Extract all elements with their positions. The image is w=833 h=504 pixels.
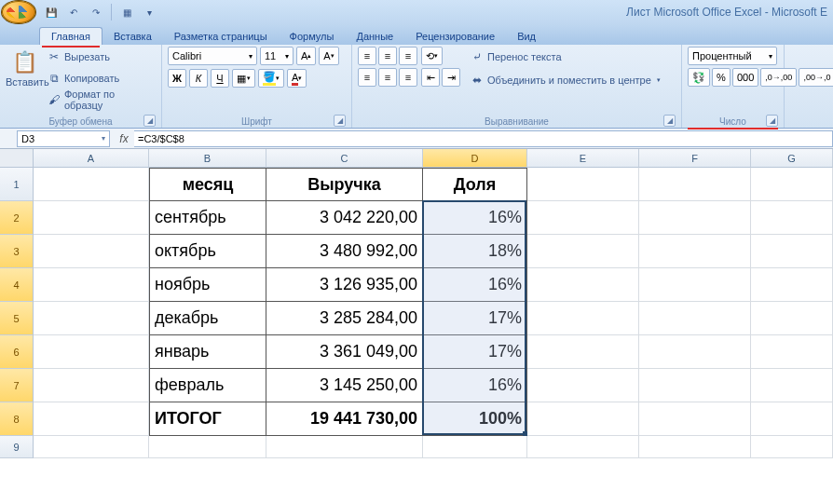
cell-G8[interactable]	[751, 402, 833, 436]
cell-B3[interactable]: октябрь	[149, 235, 266, 268]
cell-C3[interactable]: 3 480 992,00	[266, 235, 423, 268]
cell-D2[interactable]: 16%	[423, 201, 527, 235]
number-format-select[interactable]: Процентный▾	[688, 47, 777, 65]
cell-C1[interactable]: Выручка	[266, 168, 423, 201]
dialog-launcher-icon[interactable]: ◢	[663, 115, 676, 127]
cell-E1[interactable]	[527, 168, 639, 201]
cell-A6[interactable]	[34, 335, 149, 369]
cell-G1[interactable]	[751, 168, 833, 201]
column-header-B[interactable]: B	[149, 149, 266, 168]
align-left-button[interactable]: ≡	[358, 68, 376, 87]
cell-F7[interactable]	[639, 369, 751, 402]
align-middle-button[interactable]: ≡	[378, 47, 397, 65]
quickprint-icon[interactable]: ▦	[116, 3, 137, 21]
cell-B5[interactable]: декабрь	[149, 302, 266, 335]
cell-F9[interactable]	[639, 436, 751, 458]
cell-E3[interactable]	[527, 235, 639, 268]
cell-G2[interactable]	[751, 201, 833, 235]
row-header-1[interactable]: 1	[0, 168, 34, 201]
cell-B4[interactable]: ноябрь	[149, 268, 266, 302]
cell-F4[interactable]	[639, 268, 751, 302]
shrink-font-button[interactable]: A▾	[319, 47, 338, 65]
row-header-2[interactable]: 2	[0, 201, 34, 235]
currency-button[interactable]: 💱	[688, 68, 710, 87]
copy-button[interactable]: ⧉Копировать	[47, 68, 156, 89]
tab-рецензирование[interactable]: Рецензирование	[404, 28, 506, 45]
cell-C9[interactable]	[266, 436, 423, 458]
tab-вставка[interactable]: Вставка	[102, 28, 163, 45]
cell-G9[interactable]	[751, 436, 833, 458]
cell-A2[interactable]	[34, 201, 149, 235]
bold-button[interactable]: Ж	[168, 69, 186, 88]
cell-E5[interactable]	[527, 302, 639, 335]
align-center-button[interactable]: ≡	[378, 68, 397, 87]
cell-G6[interactable]	[751, 335, 833, 369]
cell-B8[interactable]: ИТОГОГ	[149, 402, 266, 436]
underline-button[interactable]: Ч	[211, 69, 229, 88]
tab-вид[interactable]: Вид	[506, 28, 547, 45]
cell-F1[interactable]	[639, 168, 751, 201]
cell-A5[interactable]	[34, 302, 149, 335]
format-painter-button[interactable]: 🖌Формат по образцу	[47, 89, 156, 110]
cell-C6[interactable]: 3 361 049,00	[266, 335, 423, 369]
cell-A4[interactable]	[34, 268, 149, 302]
orientation-button[interactable]: ⟲▾	[421, 47, 443, 65]
cell-D4[interactable]: 16%	[423, 268, 527, 302]
cell-F5[interactable]	[639, 302, 751, 335]
row-header-4[interactable]: 4	[0, 268, 34, 302]
cell-E9[interactable]	[527, 436, 639, 458]
cell-E7[interactable]	[527, 369, 639, 402]
cell-D8[interactable]: 100%	[423, 402, 527, 436]
cell-E6[interactable]	[527, 335, 639, 369]
column-header-A[interactable]: A	[34, 149, 149, 168]
cell-D6[interactable]: 17%	[423, 335, 527, 369]
font-name-select[interactable]: Calibri▾	[168, 47, 257, 65]
name-box[interactable]: D3 ▾	[17, 130, 110, 147]
italic-button[interactable]: К	[189, 69, 208, 88]
cell-E8[interactable]	[527, 402, 639, 436]
formula-bar[interactable]: =C3/$C$8	[134, 130, 833, 147]
cell-G5[interactable]	[751, 302, 833, 335]
cell-D3[interactable]: 18%	[423, 235, 527, 268]
wrap-text-button[interactable]: ⤶Перенос текста	[470, 47, 661, 67]
tab-главная[interactable]: Главная	[39, 27, 102, 45]
comma-button[interactable]: 000	[732, 68, 758, 87]
cell-A3[interactable]	[34, 235, 149, 268]
row-header-8[interactable]: 8	[0, 402, 34, 436]
cell-B2[interactable]: сентябрь	[149, 201, 266, 235]
cell-F8[interactable]	[639, 402, 751, 436]
column-header-F[interactable]: F	[639, 149, 751, 168]
worksheet[interactable]: ABCDEFG 123456789 месяцВыручкаДолясентяб…	[0, 149, 833, 503]
align-top-button[interactable]: ≡	[358, 47, 376, 65]
increase-indent-button[interactable]: ⇥	[442, 68, 460, 87]
cell-B1[interactable]: месяц	[149, 168, 266, 201]
cell-D7[interactable]: 16%	[423, 369, 527, 402]
tab-разметка страницы[interactable]: Разметка страницы	[163, 28, 279, 45]
font-size-select[interactable]: 11▾	[260, 47, 294, 65]
cell-G4[interactable]	[751, 268, 833, 302]
row-header-9[interactable]: 9	[0, 436, 34, 458]
fx-icon[interactable]: fx	[114, 132, 134, 145]
column-header-D[interactable]: D	[423, 149, 527, 168]
cell-A7[interactable]	[34, 369, 149, 402]
cell-D1[interactable]: Доля	[423, 168, 527, 201]
cell-B7[interactable]: февраль	[149, 369, 266, 402]
row-header-5[interactable]: 5	[0, 302, 34, 335]
borders-button[interactable]: ▦▾	[232, 69, 255, 88]
row-header-7[interactable]: 7	[0, 369, 34, 402]
align-bottom-button[interactable]: ≡	[399, 47, 417, 65]
font-color-button[interactable]: A▾	[287, 69, 307, 88]
cell-F2[interactable]	[639, 201, 751, 235]
select-all-corner[interactable]	[0, 149, 34, 168]
cell-A1[interactable]	[34, 168, 149, 201]
redo-icon[interactable]: ↷	[86, 3, 106, 21]
cell-D5[interactable]: 17%	[423, 302, 527, 335]
column-header-G[interactable]: G	[751, 149, 833, 168]
column-header-E[interactable]: E	[527, 149, 639, 168]
dialog-launcher-icon[interactable]: ◢	[766, 115, 778, 127]
align-right-button[interactable]: ≡	[399, 68, 417, 87]
dialog-launcher-icon[interactable]: ◢	[334, 115, 346, 127]
paste-button[interactable]: 📋 Вставить	[6, 47, 43, 88]
cell-C4[interactable]: 3 126 935,00	[266, 268, 423, 302]
cell-F3[interactable]	[639, 235, 751, 268]
